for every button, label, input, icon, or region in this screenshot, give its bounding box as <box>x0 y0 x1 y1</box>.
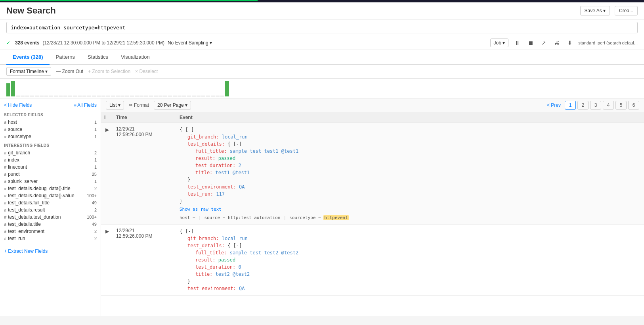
chart-bar-36[interactable] <box>178 96 182 96</box>
sampling-button[interactable]: No Event Sampling ▾ <box>168 40 212 46</box>
chart-bar-41[interactable] <box>201 96 205 96</box>
perpage-button[interactable]: 20 Per Page ▾ <box>154 101 191 110</box>
chart-bar-11[interactable] <box>59 96 63 96</box>
search-input[interactable] <box>6 22 638 33</box>
chart-bar-7[interactable] <box>40 96 44 96</box>
chart-bar-33[interactable] <box>163 96 167 96</box>
page-title: New Search <box>6 6 56 16</box>
chart-bar-8[interactable] <box>44 96 48 96</box>
list-button[interactable]: List ▾ <box>106 101 124 110</box>
field-index[interactable]: a index 1 <box>4 156 97 163</box>
chart-bar-34[interactable] <box>168 96 172 96</box>
field-host[interactable]: a host 1 <box>4 119 97 126</box>
chart-bar-46[interactable] <box>225 81 229 96</box>
field-linecount[interactable]: # linecount 1 <box>4 163 97 171</box>
chart-bar-38[interactable] <box>187 96 191 96</box>
prev-page-button[interactable]: < Prev <box>545 101 563 109</box>
chart-bar-30[interactable] <box>149 96 153 96</box>
field-punct[interactable]: a punct 25 <box>4 171 97 178</box>
save-as-button[interactable]: Save As ▾ <box>580 6 610 15</box>
share-button[interactable]: ↗ <box>539 39 548 47</box>
chart-bar-1[interactable] <box>11 81 15 96</box>
chart-bar-23[interactable] <box>116 96 120 96</box>
field-test-details-title[interactable]: a test_details.title 49 <box>4 221 97 228</box>
page-4-button[interactable]: 4 <box>603 101 614 110</box>
field-test-details-result[interactable]: a test_details.result 2 <box>4 206 97 213</box>
chart-bar-18[interactable] <box>92 96 96 96</box>
chart-bar-12[interactable] <box>63 96 67 96</box>
format-button[interactable]: ✏ Format <box>129 102 149 108</box>
hide-fields-link[interactable]: < Hide Fields <box>4 102 32 108</box>
zoom-out-button[interactable]: — Zoom Out <box>56 69 83 74</box>
field-test-details-debug-value[interactable]: a test_details.debug_data{}.value 100+ <box>4 192 97 199</box>
chart-bar-6[interactable] <box>35 96 39 96</box>
chart-bar-43[interactable] <box>211 96 215 96</box>
download-button[interactable]: ⬇ <box>566 39 574 47</box>
chart-bar-24[interactable] <box>120 96 124 96</box>
chart-bar-3[interactable] <box>21 96 25 96</box>
tab-patterns[interactable]: Patterns <box>50 50 81 65</box>
events-info: ✓ 328 events (12/28/21 12:30:00.000 PM t… <box>6 40 212 46</box>
chart-bar-37[interactable] <box>182 96 186 96</box>
field-test-environment[interactable]: a test_environment 2 <box>4 228 97 235</box>
field-test-details-debug-title[interactable]: a test_details.debug_data{}.title 2 <box>4 185 97 192</box>
chart-bar-20[interactable] <box>101 96 105 96</box>
chart-bar-13[interactable] <box>68 96 72 96</box>
chart-bar-9[interactable] <box>49 96 53 96</box>
event-meta-1: host = | source = http:test_automation |… <box>180 215 641 221</box>
chart-bar-22[interactable] <box>111 96 115 96</box>
field-test-details-full-title[interactable]: a test_details.full_title 49 <box>4 199 97 206</box>
pause-button[interactable]: ⏸ <box>512 39 522 47</box>
tab-statistics[interactable]: Statistics <box>81 50 115 65</box>
zoom-selection-button[interactable]: + Zoom to Selection <box>88 69 130 74</box>
page-2-button[interactable]: 2 <box>577 101 589 110</box>
chart-bar-14[interactable] <box>73 96 77 96</box>
deselect-button[interactable]: × Deselect <box>135 69 158 74</box>
chart-bar-17[interactable] <box>87 96 91 96</box>
field-test-run[interactable]: # test_run 2 <box>4 235 97 242</box>
chart-bar-26[interactable] <box>130 96 134 96</box>
chart-bar-21[interactable] <box>106 96 110 96</box>
tab-visualization[interactable]: Visualization <box>115 50 156 65</box>
all-fields-link[interactable]: ≡ All Fields <box>74 102 97 108</box>
chart-bar-44[interactable] <box>216 96 220 96</box>
field-source[interactable]: a source 1 <box>4 126 97 133</box>
chart-bar-29[interactable] <box>144 96 148 96</box>
expand-row-1-button[interactable]: ▶ <box>101 123 113 224</box>
expand-row-2-button[interactable]: ▶ <box>101 225 113 295</box>
tab-events[interactable]: Events (328) <box>6 50 50 65</box>
chart-bar-19[interactable] <box>97 96 101 96</box>
chart-bar-25[interactable] <box>125 96 129 96</box>
extract-new-fields-link[interactable]: + Extract New Fields <box>4 248 97 254</box>
chart-bar-39[interactable] <box>192 96 196 96</box>
create-button[interactable]: Crea... <box>615 6 638 15</box>
chart-bar-31[interactable] <box>154 96 158 96</box>
chart-bar-0[interactable] <box>6 83 10 96</box>
print-button[interactable]: 🖨 <box>552 39 562 47</box>
chart-bar-42[interactable] <box>206 96 210 96</box>
chart-bar-10[interactable] <box>54 96 58 96</box>
chart-bar-16[interactable] <box>82 96 86 96</box>
chart-bar-4[interactable] <box>25 96 29 96</box>
field-sourcetype[interactable]: a sourcetype 1 <box>4 133 97 140</box>
page-3-button[interactable]: 3 <box>590 101 601 110</box>
format-timeline-button[interactable]: Format Timeline ▾ <box>6 67 51 76</box>
page-1-button[interactable]: 1 <box>565 101 576 110</box>
show-raw-1-link[interactable]: Show as raw text <box>180 206 641 213</box>
chart-bar-5[interactable] <box>30 96 34 96</box>
page-6-button[interactable]: 6 <box>628 101 639 110</box>
chart-bar-2[interactable] <box>16 96 20 96</box>
chart-bar-35[interactable] <box>173 96 177 96</box>
job-button[interactable]: Job ▾ <box>490 38 509 47</box>
chart-bar-28[interactable] <box>140 96 143 96</box>
chart-bar-27[interactable] <box>135 96 139 96</box>
chart-bar-45[interactable] <box>220 96 224 96</box>
field-test-details-duration[interactable]: # test_details.test_duration 100+ <box>4 213 97 221</box>
field-splunk-server[interactable]: a splunk_server 1 <box>4 178 97 185</box>
chart-bar-15[interactable] <box>78 96 82 96</box>
page-5-button[interactable]: 5 <box>615 101 627 110</box>
chart-bar-32[interactable] <box>159 96 162 96</box>
stop-button[interactable]: ⏹ <box>526 39 535 47</box>
chart-bar-40[interactable] <box>197 96 201 96</box>
field-git-branch[interactable]: a git_branch 2 <box>4 149 97 156</box>
